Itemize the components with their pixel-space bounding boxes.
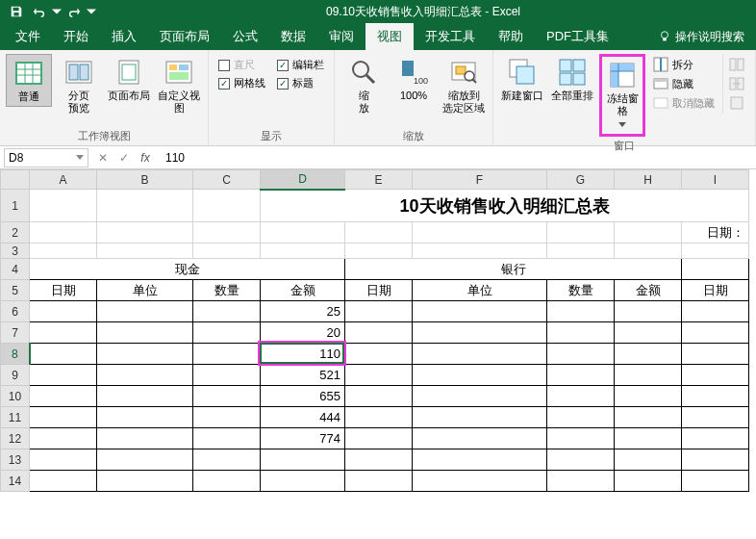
cell[interactable] [682, 244, 749, 259]
gridlines-checkbox[interactable]: ✓网格线 [218, 76, 265, 90]
cell[interactable] [193, 407, 261, 428]
cell[interactable] [345, 449, 413, 471]
cell[interactable] [30, 449, 97, 471]
undo-dropdown[interactable] [52, 1, 62, 22]
column-title[interactable]: 金额 [615, 280, 682, 301]
cell[interactable] [30, 428, 97, 449]
cell[interactable] [193, 222, 261, 244]
cell[interactable] [413, 471, 547, 492]
row-header[interactable]: 7 [1, 322, 30, 344]
tab-pdf[interactable]: PDF工具集 [535, 23, 620, 50]
cell[interactable] [97, 190, 193, 222]
tab-review[interactable]: 审阅 [317, 23, 365, 50]
cell[interactable] [413, 449, 547, 471]
normal-view-button[interactable]: 普通 [6, 54, 52, 107]
column-header[interactable]: I [682, 170, 749, 190]
cell[interactable] [97, 449, 193, 471]
cell[interactable] [682, 471, 749, 492]
cell[interactable] [615, 407, 682, 428]
cell[interactable] [193, 190, 261, 222]
cell[interactable]: 110 [261, 344, 345, 365]
row-header[interactable]: 1 [1, 190, 30, 222]
cell[interactable] [547, 386, 615, 407]
arrange-all-button[interactable]: 全部重排 [549, 54, 595, 105]
redo-button[interactable] [63, 1, 85, 22]
formulabar-checkbox[interactable]: ✓编辑栏 [277, 58, 324, 72]
cell[interactable]: 521 [261, 365, 345, 386]
cell[interactable] [413, 222, 547, 244]
cell[interactable] [682, 428, 749, 449]
tab-insert[interactable]: 插入 [100, 23, 148, 50]
cell[interactable] [193, 471, 261, 492]
cell[interactable] [615, 428, 682, 449]
cell[interactable]: 655 [261, 386, 345, 407]
cell[interactable] [547, 244, 615, 259]
cancel-formula-button[interactable]: ✕ [94, 151, 112, 165]
cell[interactable] [547, 471, 615, 492]
row-header[interactable]: 10 [1, 386, 30, 407]
cell[interactable] [682, 259, 749, 280]
cell[interactable] [193, 322, 261, 344]
row-header[interactable]: 8 [1, 344, 30, 365]
column-title[interactable]: 金额 [261, 280, 345, 301]
cell[interactable] [615, 449, 682, 471]
hide-button[interactable]: 隐藏 [651, 75, 717, 92]
row-header[interactable]: 9 [1, 365, 30, 386]
cell[interactable] [345, 222, 413, 244]
cell[interactable] [193, 449, 261, 471]
column-title[interactable]: 单位 [413, 280, 547, 301]
cell[interactable] [30, 344, 97, 365]
cell[interactable] [547, 222, 615, 244]
tab-view[interactable]: 视图 [365, 23, 414, 50]
sync-scroll-button[interactable] [727, 75, 746, 92]
cell[interactable] [413, 386, 547, 407]
cell[interactable] [345, 386, 413, 407]
cell[interactable] [261, 449, 345, 471]
zoom-selection-button[interactable]: 缩放到 选定区域 [441, 54, 487, 117]
row-header[interactable]: 11 [1, 407, 30, 428]
spreadsheet[interactable]: ABCDEFGHI110天收销售收入明细汇总表2日期：34现金银行5日期单位数量… [0, 169, 756, 492]
row-header[interactable]: 4 [1, 259, 30, 280]
cell[interactable] [345, 365, 413, 386]
save-button[interactable] [6, 1, 27, 22]
custom-view-button[interactable]: 自定义视图 [156, 54, 202, 117]
cell[interactable] [547, 322, 615, 344]
column-header[interactable]: C [193, 170, 261, 190]
row-header[interactable]: 14 [1, 471, 30, 492]
cell[interactable] [97, 322, 193, 344]
accept-formula-button[interactable]: ✓ [115, 151, 133, 165]
cell[interactable] [193, 428, 261, 449]
cell[interactable] [413, 344, 547, 365]
row-header[interactable]: 12 [1, 428, 30, 449]
split-button[interactable]: 拆分 [651, 56, 717, 73]
cell[interactable] [682, 386, 749, 407]
header-bank[interactable]: 银行 [345, 259, 682, 280]
tab-home[interactable]: 开始 [52, 23, 100, 50]
cell[interactable] [615, 471, 682, 492]
pagelayout-view-button[interactable]: 页面布局 [106, 54, 152, 105]
cell[interactable] [615, 322, 682, 344]
cell[interactable]: 20 [261, 322, 345, 344]
tab-help[interactable]: 帮助 [487, 23, 535, 50]
cell[interactable] [345, 322, 413, 344]
cell[interactable]: 25 [261, 301, 345, 322]
tab-data[interactable]: 数据 [269, 23, 317, 50]
tab-layout[interactable]: 页面布局 [148, 23, 221, 50]
row-header[interactable]: 2 [1, 222, 30, 244]
name-box[interactable]: D8 [4, 148, 88, 167]
cell[interactable] [97, 407, 193, 428]
cell[interactable] [345, 344, 413, 365]
cell[interactable] [97, 344, 193, 365]
new-window-button[interactable]: 新建窗口 [499, 54, 545, 105]
freeze-panes-button[interactable]: 冻结窗格 [599, 54, 645, 137]
zoom-100-button[interactable]: 100 100% [391, 54, 437, 105]
cell[interactable] [682, 301, 749, 322]
fx-button[interactable]: fx [137, 151, 154, 165]
cell[interactable] [682, 344, 749, 365]
cell[interactable] [193, 386, 261, 407]
cell[interactable] [30, 301, 97, 322]
column-header[interactable]: G [547, 170, 615, 190]
cell[interactable] [97, 222, 193, 244]
cell[interactable] [547, 344, 615, 365]
column-header[interactable]: F [413, 170, 547, 190]
